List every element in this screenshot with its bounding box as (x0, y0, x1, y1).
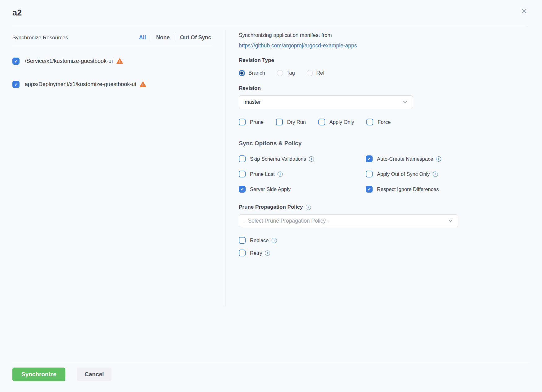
option-server-side-apply[interactable]: ✔ Server Side Apply i (239, 186, 366, 193)
revision-select[interactable]: master (239, 95, 413, 109)
chevron-down-icon (448, 218, 452, 222)
checkbox: ✔ (239, 119, 246, 125)
option-retry[interactable]: ✔ Retry i (239, 250, 270, 256)
checkbox: ✔ (366, 119, 373, 125)
option-respect-ignore-differences[interactable]: ✔ Respect Ignore Differences i (366, 186, 459, 193)
manifest-url-link[interactable]: https://github.com/argoproj/argocd-examp… (239, 42, 459, 49)
info-icon[interactable]: i (436, 156, 441, 162)
radio-tag[interactable]: Tag (277, 70, 295, 76)
resource-label: /Service/x1/kustomize-guestbook-ui (25, 58, 113, 64)
flag-prune[interactable]: ✔ Prune (239, 119, 264, 125)
check-icon: ✔ (14, 59, 18, 63)
checkbox: ✔ (366, 186, 373, 193)
option-auto-create-namespace[interactable]: ✔ Auto-Create Namespace i (366, 155, 459, 162)
prune-policy-select[interactable]: - Select Prune Propagation Policy - (239, 214, 458, 227)
prune-policy-label-row: Prune Propagation Policy i (239, 204, 459, 210)
checkbox: ✔ (239, 155, 246, 162)
radio-icon (277, 70, 283, 76)
checkbox: ✔ (366, 155, 373, 162)
radio-icon (307, 70, 313, 76)
filter-out-of-sync[interactable]: Out Of Sync (175, 34, 212, 41)
info-icon[interactable]: i (278, 172, 283, 177)
resources-title: Synchronize Resources (12, 35, 68, 41)
svg-text:!: ! (119, 60, 120, 63)
info-icon[interactable]: i (272, 238, 277, 243)
chevron-down-icon (403, 99, 407, 103)
sync-settings-panel: Synchronizing application manifest from … (239, 26, 459, 306)
resources-underline (12, 45, 212, 45)
option-skip-schema-validations[interactable]: ✔ Skip Schema Validations i (239, 155, 366, 162)
sync-flags: ✔ Prune ✔ Dry Run ✔ Apply Only ✔ Force (239, 119, 459, 125)
info-icon[interactable]: i (309, 156, 314, 162)
radio-icon (239, 70, 245, 76)
manifest-heading: Synchronizing application manifest from (239, 32, 459, 38)
option-retry-row: ✔ Retry i (239, 250, 459, 256)
flag-force[interactable]: ✔ Force (366, 119, 391, 125)
radio-branch[interactable]: Branch (239, 70, 265, 76)
synchronize-button[interactable]: Synchronize (12, 368, 65, 381)
filter-none[interactable]: None (151, 34, 175, 41)
prune-policy-placeholder: - Select Prune Propagation Policy - (245, 218, 329, 224)
dialog-header: a2 × (0, 0, 542, 18)
info-icon[interactable]: i (306, 205, 311, 210)
radio-ref[interactable]: Ref (307, 70, 324, 76)
resource-checkbox[interactable]: ✔ (12, 81, 20, 88)
resources-header: Synchronize Resources All None Out Of Sy… (12, 34, 212, 41)
dialog-title: a2 (12, 8, 527, 18)
dialog-body: Synchronize Resources All None Out Of Sy… (0, 26, 542, 306)
checkbox: ✔ (276, 119, 283, 125)
info-icon[interactable]: i (265, 250, 270, 256)
revision-label: Revision (239, 85, 459, 91)
checkbox: ✔ (239, 237, 246, 244)
close-icon[interactable]: × (521, 6, 527, 16)
panel-divider (225, 30, 225, 306)
option-replace-row: ✔ Replace i (239, 237, 459, 244)
warning-icon: ! (140, 81, 146, 87)
revision-value: master (245, 99, 261, 105)
revision-type-label: Revision Type (239, 57, 459, 63)
checkbox: ✔ (366, 171, 373, 177)
revision-type-radios: Branch Tag Ref (239, 70, 459, 76)
flag-dry-run[interactable]: ✔ Dry Run (276, 119, 306, 125)
option-prune-last[interactable]: ✔ Prune Last i (239, 171, 366, 177)
checkbox: ✔ (318, 119, 325, 125)
checkbox: ✔ (239, 186, 246, 193)
info-icon[interactable]: i (433, 172, 438, 177)
resource-row: ✔ /Service/x1/kustomize-guestbook-ui ! (12, 58, 212, 65)
flag-apply-only[interactable]: ✔ Apply Only (318, 119, 354, 125)
option-apply-out-of-sync-only[interactable]: ✔ Apply Out of Sync Only i (366, 171, 459, 177)
dialog-footer: Synchronize Cancel (0, 362, 542, 392)
option-replace[interactable]: ✔ Replace i (239, 237, 277, 244)
resource-checkbox[interactable]: ✔ (12, 58, 20, 65)
checkbox: ✔ (239, 250, 246, 256)
filter-all[interactable]: All (134, 34, 151, 41)
resources-panel: Synchronize Resources All None Out Of Sy… (12, 26, 212, 306)
sync-options-title: Sync Options & Policy (239, 140, 459, 147)
svg-text:!: ! (142, 83, 143, 87)
footer-buttons: Synchronize Cancel (0, 362, 542, 381)
warning-icon: ! (116, 58, 123, 64)
resource-row: ✔ apps/Deployment/x1/kustomize-guestbook… (12, 81, 212, 88)
check-icon: ✔ (14, 82, 18, 87)
sync-options-grid: ✔ Skip Schema Validations i ✔ Auto-Creat… (239, 155, 459, 193)
resource-filters: All None Out Of Sync (134, 34, 212, 41)
cancel-button[interactable]: Cancel (77, 368, 111, 381)
prune-policy-label: Prune Propagation Policy (239, 204, 303, 210)
checkbox: ✔ (239, 171, 246, 177)
resource-label: apps/Deployment/x1/kustomize-guestbook-u… (25, 81, 136, 88)
